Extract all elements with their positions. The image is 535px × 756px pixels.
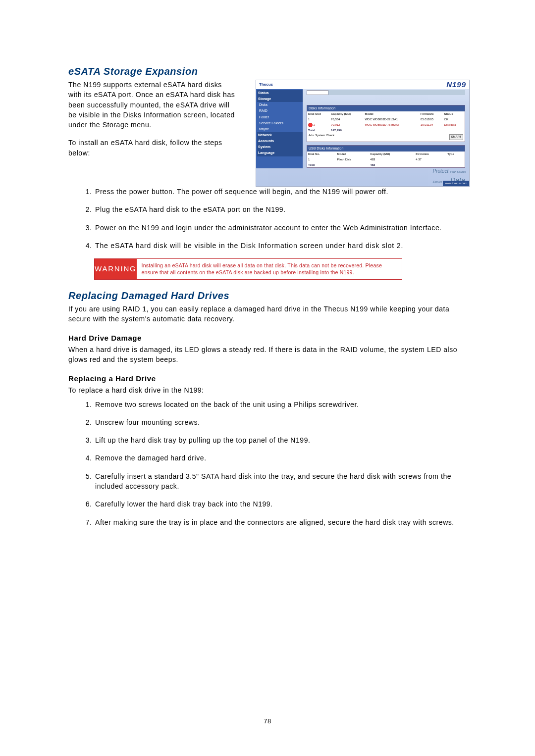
- replace-steps: Remove two screws located on the back of…: [94, 400, 470, 527]
- nav-storage[interactable]: Storage: [257, 96, 303, 102]
- panel-title-disks: Disks Information: [307, 105, 465, 111]
- table-row: Disk Slot Capacity (MB) Model Firmware S…: [307, 111, 465, 117]
- nav-language[interactable]: Language: [257, 150, 303, 156]
- col-fw: Firmware: [420, 111, 443, 117]
- list-item: Press the power button. The power off se…: [94, 187, 470, 197]
- heading-replacing: Replacing Damaged Hard Drives: [68, 289, 470, 303]
- col-status: Status: [443, 111, 465, 117]
- warning-label: WARNING: [95, 259, 137, 279]
- para-replacing-intro: If you are using RAID 1, you can easily …: [68, 304, 470, 324]
- col-model: Model: [364, 111, 419, 117]
- smart-button[interactable]: SMART: [449, 134, 463, 140]
- brand-logo: Thecus: [259, 82, 273, 88]
- table-row: Total 483: [307, 162, 465, 168]
- footer-url: www.thecus.com: [443, 181, 469, 186]
- model-label: N199: [446, 80, 466, 90]
- list-item: Plug the eSATA hard disk to the eSATA po…: [94, 204, 470, 214]
- nav-service-folders[interactable]: Service Folders: [257, 120, 303, 126]
- nav-accounts[interactable]: Accounts: [257, 138, 303, 144]
- table-row: Disk No. Model Capacity (MB) Firmware Ty…: [307, 151, 465, 157]
- page-number: 78: [0, 717, 535, 726]
- para-hd-damage: When a hard drive is damaged, its LED gl…: [68, 345, 470, 365]
- col-cap: Capacity (MB): [330, 111, 364, 117]
- list-item: Remove two screws located on the back of…: [94, 400, 470, 409]
- list-item: Unscrew four mounting screws.: [94, 417, 470, 427]
- list-item: Carefully insert a standard 3.5" SATA ha…: [94, 471, 470, 492]
- table-row: 1 76,384 WDC WD800JD-22LSA1 05.01D05 OK: [307, 117, 465, 122]
- table-row: Total 147,296: [307, 128, 465, 133]
- nav-folder[interactable]: Folder: [257, 114, 303, 120]
- nav-raid[interactable]: RAID: [257, 108, 303, 114]
- panel-disks-info: Disks Information Disk Slot Capacity (MB…: [307, 105, 465, 142]
- list-item: Lift up the hard disk tray by pulling up…: [94, 435, 470, 445]
- heading-hd-damage: Hard Drive Damage: [68, 333, 470, 344]
- warn-icon: [308, 123, 313, 127]
- list-item: The eSATA hard disk will be visible in t…: [94, 241, 470, 251]
- para-esata-presteps: To install an eSATA hard disk, follow th…: [68, 138, 237, 158]
- list-item: After making sure the tray is in place a…: [94, 517, 470, 527]
- panel-title-usb: USB Disks Information: [307, 146, 465, 151]
- nav-status[interactable]: Status: [257, 90, 303, 96]
- nav-nsync[interactable]: Nsync: [257, 126, 303, 132]
- para-replace-intro: To replace a hard disk drive in the N199…: [68, 385, 470, 395]
- para-esata-intro: The N199 supports external eSATA hard di…: [68, 80, 237, 130]
- warning-box: WARNING Installing an eSATA hard disk wi…: [94, 258, 402, 279]
- nav-system[interactable]: System: [257, 144, 303, 150]
- search-input[interactable]: [307, 90, 328, 95]
- list-item: Carefully lower the hard disk tray back …: [94, 499, 470, 509]
- table-usb: Disk No. Model Capacity (MB) Firmware Ty…: [307, 151, 465, 167]
- list-item: Power on the N199 and login under the ad…: [94, 223, 470, 233]
- esata-steps: Press the power button. The power off se…: [94, 187, 470, 251]
- col-slot: Disk Slot: [307, 111, 330, 117]
- heading-esata: eSATA Storage Expansion: [68, 64, 470, 79]
- panel-usb-info: USB Disks Information Disk No. Model Cap…: [307, 145, 465, 168]
- nav-disks[interactable]: Disks: [257, 102, 303, 108]
- nav-network[interactable]: Network: [257, 132, 303, 138]
- smart-label: Adv. System Check: [309, 134, 334, 137]
- warning-text: Installing an eSATA hard disk will erase…: [137, 259, 402, 279]
- table-disks: Disk Slot Capacity (MB) Model Firmware S…: [307, 111, 465, 133]
- screenshot-disk-info: Thecus N199 Status Storage Disks RAID Fo…: [256, 80, 470, 187]
- table-row: 1 Flash Disk 483 4.37: [307, 157, 465, 162]
- list-item: Remove the damaged hard drive.: [94, 453, 470, 463]
- side-nav: Status Storage Disks RAID Folder Service…: [256, 89, 303, 168]
- heading-replace-hd: Replacing a Hard Drive: [68, 373, 470, 384]
- table-row: 2 70,912 WDC WD800JD-75MSA3 10.01E04 Det…: [307, 122, 465, 128]
